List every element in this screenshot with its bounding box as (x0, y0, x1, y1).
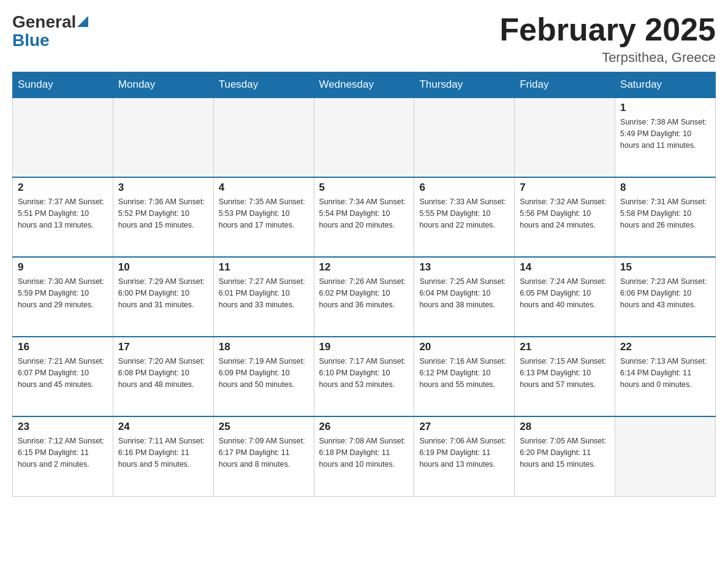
day-number: 15 (620, 261, 710, 274)
day-info: Sunrise: 7:35 AM Sunset: 5:53 PM Dayligh… (219, 196, 309, 231)
day-info: Sunrise: 7:24 AM Sunset: 6:05 PM Dayligh… (520, 276, 610, 310)
calendar-cell: 21Sunrise: 7:15 AM Sunset: 6:13 PM Dayli… (515, 337, 615, 416)
calendar-week-row: 9Sunrise: 7:30 AM Sunset: 5:59 PM Daylig… (13, 257, 716, 337)
day-number: 2 (18, 182, 108, 194)
day-info: Sunrise: 7:06 AM Sunset: 6:19 PM Dayligh… (419, 435, 509, 470)
calendar-cell (414, 98, 515, 177)
logo: General Blue (12, 12, 88, 49)
day-info: Sunrise: 7:23 AM Sunset: 6:06 PM Dayligh… (620, 276, 710, 310)
day-number: 9 (18, 261, 108, 274)
title-section: February 2025 Terpsithea, Greece (499, 12, 716, 66)
weekday-header-saturday: Saturday (615, 72, 716, 98)
calendar-cell: 6Sunrise: 7:33 AM Sunset: 5:55 PM Daylig… (414, 177, 515, 257)
day-info: Sunrise: 7:31 AM Sunset: 5:58 PM Dayligh… (620, 196, 710, 231)
day-number: 13 (419, 261, 509, 274)
month-title: February 2025 (499, 12, 716, 47)
day-number: 1 (620, 102, 710, 114)
day-info: Sunrise: 7:34 AM Sunset: 5:54 PM Dayligh… (319, 196, 409, 231)
calendar-table: SundayMondayTuesdayWednesdayThursdayFrid… (12, 72, 716, 497)
weekday-header-friday: Friday (515, 72, 615, 98)
day-info: Sunrise: 7:17 AM Sunset: 6:10 PM Dayligh… (319, 356, 409, 390)
calendar-cell (314, 98, 414, 177)
calendar-cell: 20Sunrise: 7:16 AM Sunset: 6:12 PM Dayli… (414, 337, 515, 416)
day-info: Sunrise: 7:38 AM Sunset: 5:49 PM Dayligh… (620, 117, 710, 151)
calendar-cell: 7Sunrise: 7:32 AM Sunset: 5:56 PM Daylig… (515, 177, 615, 257)
day-info: Sunrise: 7:08 AM Sunset: 6:18 PM Dayligh… (319, 435, 409, 470)
day-number: 17 (118, 341, 208, 353)
day-number: 25 (219, 421, 309, 433)
day-number: 10 (118, 261, 208, 274)
day-number: 5 (319, 182, 409, 194)
calendar-cell: 11Sunrise: 7:27 AM Sunset: 6:01 PM Dayli… (213, 257, 314, 337)
day-number: 7 (520, 182, 610, 194)
day-number: 6 (419, 182, 509, 194)
page-header: General Blue February 2025 Terpsithea, G… (12, 12, 716, 66)
day-info: Sunrise: 7:20 AM Sunset: 6:08 PM Dayligh… (118, 356, 208, 390)
day-info: Sunrise: 7:37 AM Sunset: 5:51 PM Dayligh… (18, 196, 108, 231)
day-number: 24 (118, 421, 208, 433)
calendar-cell: 3Sunrise: 7:36 AM Sunset: 5:52 PM Daylig… (113, 177, 213, 257)
calendar-cell: 19Sunrise: 7:17 AM Sunset: 6:10 PM Dayli… (314, 337, 414, 416)
calendar-header-row: SundayMondayTuesdayWednesdayThursdayFrid… (13, 72, 716, 98)
day-info: Sunrise: 7:13 AM Sunset: 6:14 PM Dayligh… (620, 356, 710, 390)
calendar-cell: 26Sunrise: 7:08 AM Sunset: 6:18 PM Dayli… (314, 416, 414, 496)
calendar-cell: 24Sunrise: 7:11 AM Sunset: 6:16 PM Dayli… (113, 416, 213, 496)
day-number: 27 (419, 421, 509, 433)
weekday-header-thursday: Thursday (414, 72, 515, 98)
calendar-cell (13, 98, 113, 177)
weekday-header-tuesday: Tuesday (213, 72, 314, 98)
day-info: Sunrise: 7:30 AM Sunset: 5:59 PM Dayligh… (18, 276, 108, 310)
day-info: Sunrise: 7:21 AM Sunset: 6:07 PM Dayligh… (18, 356, 108, 390)
logo-blue-text: Blue (12, 32, 50, 49)
day-number: 18 (219, 341, 309, 353)
day-info: Sunrise: 7:27 AM Sunset: 6:01 PM Dayligh… (219, 276, 309, 310)
location-title: Terpsithea, Greece (499, 50, 716, 66)
calendar-week-row: 16Sunrise: 7:21 AM Sunset: 6:07 PM Dayli… (13, 337, 716, 416)
day-number: 14 (520, 261, 610, 274)
day-number: 23 (18, 421, 108, 433)
calendar-cell: 22Sunrise: 7:13 AM Sunset: 6:14 PM Dayli… (615, 337, 716, 416)
weekday-header-monday: Monday (113, 72, 213, 98)
calendar-cell: 13Sunrise: 7:25 AM Sunset: 6:04 PM Dayli… (414, 257, 515, 337)
calendar-cell: 12Sunrise: 7:26 AM Sunset: 6:02 PM Dayli… (314, 257, 414, 337)
calendar-cell: 18Sunrise: 7:19 AM Sunset: 6:09 PM Dayli… (213, 337, 314, 416)
weekday-header-wednesday: Wednesday (314, 72, 414, 98)
calendar-cell: 8Sunrise: 7:31 AM Sunset: 5:58 PM Daylig… (615, 177, 716, 257)
day-info: Sunrise: 7:12 AM Sunset: 6:15 PM Dayligh… (18, 435, 108, 470)
day-info: Sunrise: 7:05 AM Sunset: 6:20 PM Dayligh… (520, 435, 610, 470)
day-info: Sunrise: 7:16 AM Sunset: 6:12 PM Dayligh… (419, 356, 509, 390)
calendar-week-row: 23Sunrise: 7:12 AM Sunset: 6:15 PM Dayli… (13, 416, 716, 496)
day-number: 16 (18, 341, 108, 353)
day-info: Sunrise: 7:33 AM Sunset: 5:55 PM Dayligh… (419, 196, 509, 231)
calendar-cell: 16Sunrise: 7:21 AM Sunset: 6:07 PM Dayli… (13, 337, 113, 416)
day-number: 4 (219, 182, 309, 194)
day-number: 21 (520, 341, 610, 353)
calendar-cell (615, 416, 716, 496)
calendar-cell (113, 98, 213, 177)
day-number: 26 (319, 421, 409, 433)
calendar-cell: 10Sunrise: 7:29 AM Sunset: 6:00 PM Dayli… (113, 257, 213, 337)
calendar-cell: 2Sunrise: 7:37 AM Sunset: 5:51 PM Daylig… (13, 177, 113, 257)
day-info: Sunrise: 7:11 AM Sunset: 6:16 PM Dayligh… (118, 435, 208, 470)
day-number: 3 (118, 182, 208, 194)
calendar-week-row: 1Sunrise: 7:38 AM Sunset: 5:49 PM Daylig… (13, 98, 716, 177)
day-number: 20 (419, 341, 509, 353)
day-number: 12 (319, 261, 409, 274)
calendar-cell: 4Sunrise: 7:35 AM Sunset: 5:53 PM Daylig… (213, 177, 314, 257)
calendar-cell: 23Sunrise: 7:12 AM Sunset: 6:15 PM Dayli… (13, 416, 113, 496)
day-info: Sunrise: 7:15 AM Sunset: 6:13 PM Dayligh… (520, 356, 610, 390)
day-info: Sunrise: 7:09 AM Sunset: 6:17 PM Dayligh… (219, 435, 309, 470)
calendar-cell (213, 98, 314, 177)
day-info: Sunrise: 7:19 AM Sunset: 6:09 PM Dayligh… (219, 356, 309, 390)
day-info: Sunrise: 7:26 AM Sunset: 6:02 PM Dayligh… (319, 276, 409, 310)
weekday-header-sunday: Sunday (13, 72, 113, 98)
calendar-cell: 1Sunrise: 7:38 AM Sunset: 5:49 PM Daylig… (615, 98, 716, 177)
day-number: 19 (319, 341, 409, 353)
calendar-cell: 9Sunrise: 7:30 AM Sunset: 5:59 PM Daylig… (13, 257, 113, 337)
day-info: Sunrise: 7:32 AM Sunset: 5:56 PM Dayligh… (520, 196, 610, 231)
day-number: 8 (620, 182, 710, 194)
calendar-week-row: 2Sunrise: 7:37 AM Sunset: 5:51 PM Daylig… (13, 177, 716, 257)
calendar-cell: 17Sunrise: 7:20 AM Sunset: 6:08 PM Dayli… (113, 337, 213, 416)
day-info: Sunrise: 7:29 AM Sunset: 6:00 PM Dayligh… (118, 276, 208, 310)
calendar-cell: 27Sunrise: 7:06 AM Sunset: 6:19 PM Dayli… (414, 416, 515, 496)
